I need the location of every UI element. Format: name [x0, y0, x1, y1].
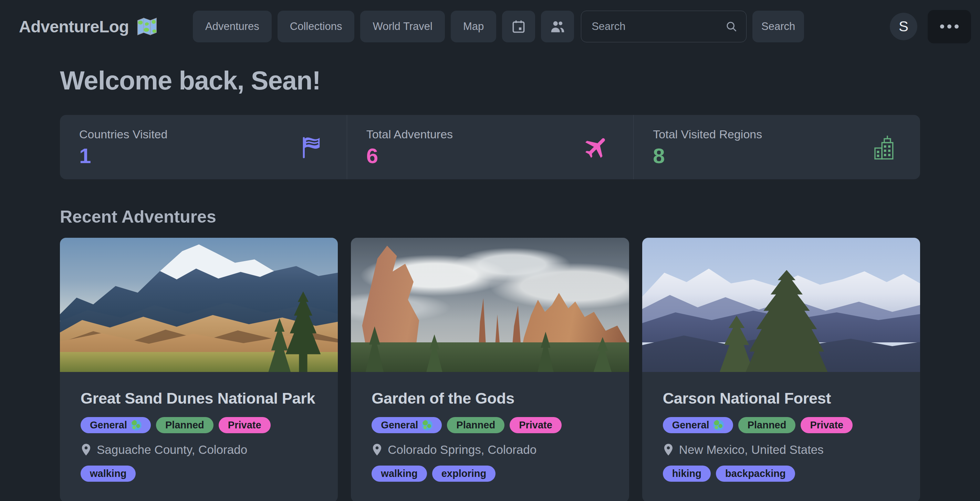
- tag-row: walking exploring: [372, 466, 608, 482]
- adventure-cards: Great Sand Dunes National Park General P…: [60, 238, 920, 501]
- nav-links: Adventures Collections World Travel Map: [193, 11, 574, 42]
- stats-panel: Countries Visited 1 Total Adventures 6: [60, 115, 920, 179]
- nav-adventures-button[interactable]: Adventures: [193, 11, 272, 42]
- adventure-image[interactable]: [642, 238, 920, 372]
- grass-layer: [60, 352, 338, 372]
- adventurelog-dashboard: AdventureLog Adventures Collections Worl…: [0, 0, 980, 501]
- status-badge: Planned: [447, 417, 504, 433]
- globe-emoji-icon: [131, 420, 142, 430]
- nav-map-button[interactable]: Map: [451, 11, 496, 42]
- airplane-icon: [583, 133, 611, 161]
- location-pin-icon: [663, 443, 674, 456]
- adventure-image[interactable]: [60, 238, 338, 372]
- stat-label: Total Adventures: [366, 128, 614, 141]
- ellipsis-icon: [940, 24, 944, 29]
- activity-tag: backpacking: [716, 466, 795, 482]
- tag-row: hiking backpacking: [663, 466, 899, 482]
- adventure-card-great-sand-dunes[interactable]: Great Sand Dunes National Park General P…: [60, 238, 338, 501]
- search-icon: [725, 20, 738, 33]
- status-badge: Planned: [738, 417, 796, 433]
- globe-emoji-icon: [422, 420, 433, 430]
- welcome-heading: Welcome back, Sean!: [60, 65, 920, 95]
- location-text: Saguache County, Colorado: [97, 443, 247, 457]
- overflow-menu-button[interactable]: [928, 10, 971, 43]
- card-body: Great Sand Dunes National Park General P…: [60, 372, 338, 501]
- visibility-badge: Private: [219, 417, 270, 433]
- adventure-image[interactable]: [351, 238, 629, 372]
- shared-users-button[interactable]: [541, 11, 574, 42]
- recent-adventures-heading: Recent Adventures: [60, 207, 920, 227]
- category-badge: General: [372, 417, 442, 433]
- avatar-initial: S: [899, 18, 908, 35]
- globe-emoji-icon: [713, 420, 724, 430]
- card-body: Garden of the Gods General Planned Priva…: [351, 372, 629, 501]
- card-body: Carson National Forest General Planned P…: [642, 372, 920, 501]
- adventure-title[interactable]: Great Sand Dunes National Park: [81, 388, 317, 409]
- location-row: Saguache County, Colorado: [81, 443, 317, 457]
- location-pin-icon: [81, 443, 92, 456]
- activity-tag: exploring: [432, 466, 496, 482]
- activity-tag: walking: [372, 466, 426, 482]
- users-icon: [550, 19, 565, 35]
- location-row: New Mexico, United States: [663, 443, 899, 457]
- adventure-card-garden-of-the-gods[interactable]: Garden of the Gods General Planned Priva…: [351, 238, 629, 501]
- stat-total-adventures: Total Adventures 6: [347, 115, 633, 179]
- nav-collections-button[interactable]: Collections: [278, 11, 355, 42]
- forest-band-layer: [351, 342, 629, 372]
- visibility-badge: Private: [510, 417, 562, 433]
- adventure-title[interactable]: Garden of the Gods: [372, 388, 608, 409]
- search-input[interactable]: [581, 11, 746, 42]
- badge-row: General Planned Private: [372, 417, 608, 433]
- calendar-button[interactable]: [502, 11, 535, 42]
- city-icon: [871, 135, 897, 160]
- map-logo-icon: [136, 17, 158, 36]
- adventure-title[interactable]: Carson National Forest: [663, 388, 899, 409]
- badge-row: General Planned Private: [663, 417, 899, 433]
- stat-label: Countries Visited: [79, 128, 328, 141]
- stat-label: Total Visited Regions: [653, 128, 901, 141]
- calendar-icon: [511, 19, 526, 34]
- search-button[interactable]: Search: [752, 11, 804, 42]
- stat-total-visited-regions: Total Visited Regions 8: [633, 115, 920, 179]
- status-badge: Planned: [156, 417, 213, 433]
- location-text: New Mexico, United States: [679, 443, 824, 457]
- app-title: AdventureLog: [19, 17, 129, 36]
- search-field-wrap: [581, 11, 746, 42]
- flag-icon: [299, 134, 324, 160]
- main-content: Welcome back, Sean! Countries Visited 1 …: [0, 65, 980, 501]
- user-avatar[interactable]: S: [890, 13, 917, 40]
- app-logo[interactable]: AdventureLog: [19, 17, 193, 36]
- nav-world-travel-button[interactable]: World Travel: [360, 11, 445, 42]
- activity-tag: walking: [81, 466, 136, 482]
- stat-value: 1: [79, 145, 328, 166]
- stat-value: 8: [653, 145, 901, 166]
- stat-countries-visited: Countries Visited 1: [60, 115, 347, 179]
- top-navbar: AdventureLog Adventures Collections Worl…: [0, 0, 980, 53]
- badge-row: General Planned Private: [81, 417, 317, 433]
- location-text: Colorado Springs, Colorado: [388, 443, 536, 457]
- location-row: Colorado Springs, Colorado: [372, 443, 608, 457]
- stat-value: 6: [366, 145, 614, 166]
- tag-row: walking: [81, 466, 317, 482]
- adventure-card-carson-national-forest[interactable]: Carson National Forest General Planned P…: [642, 238, 920, 501]
- location-pin-icon: [372, 443, 383, 456]
- category-badge: General: [81, 417, 151, 433]
- activity-tag: hiking: [663, 466, 711, 482]
- visibility-badge: Private: [800, 417, 853, 433]
- category-badge: General: [663, 417, 733, 433]
